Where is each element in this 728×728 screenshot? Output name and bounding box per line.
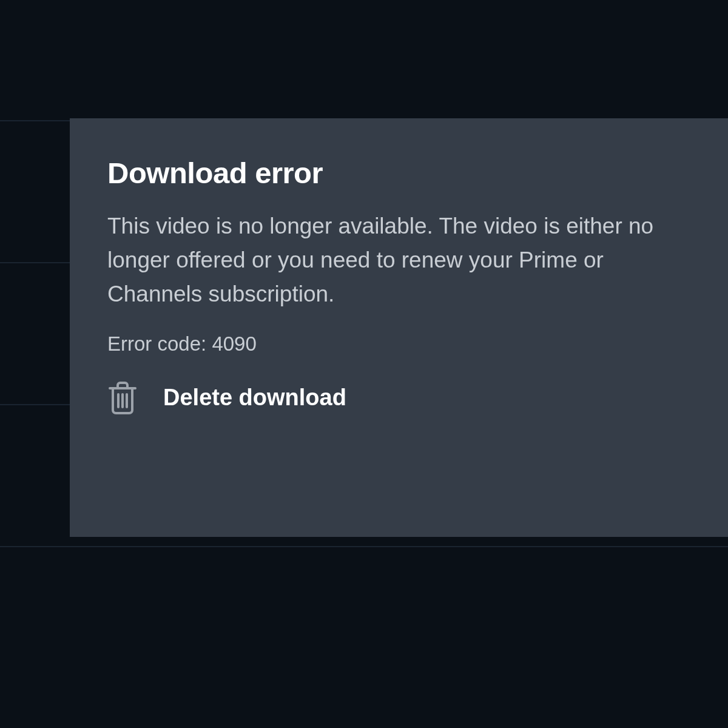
trash-icon <box>107 381 138 415</box>
error-dialog: Download error This video is no longer a… <box>70 118 728 537</box>
error-message: This video is no longer available. The v… <box>107 209 698 312</box>
delete-download-label: Delete download <box>163 385 346 411</box>
delete-download-button[interactable]: Delete download <box>107 381 698 415</box>
error-code: Error code: 4090 <box>107 332 698 356</box>
error-title: Download error <box>107 156 698 190</box>
divider-line <box>0 546 728 547</box>
